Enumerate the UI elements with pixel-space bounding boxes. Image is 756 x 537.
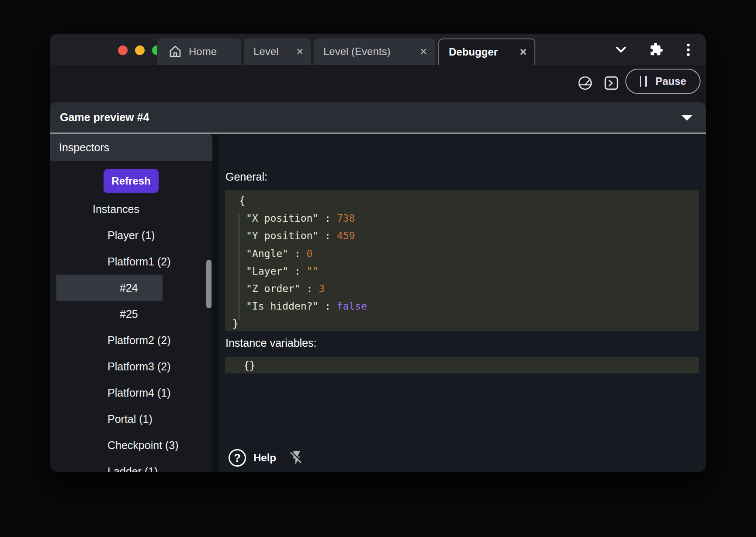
tree-item[interactable]: Platform4 (1) — [50, 380, 212, 406]
console-icon[interactable] — [603, 75, 619, 91]
debugger-body: Inspectors Refresh Instances Player (1) … — [50, 134, 706, 472]
json-row-z-order: Z order : 3 — [225, 280, 699, 297]
json-row-x-position: X position : 738 — [225, 209, 699, 227]
json-value[interactable]: "" — [307, 265, 319, 277]
sidebar-scrollbar[interactable] — [206, 260, 212, 308]
json-key: Y position — [246, 230, 319, 241]
tab-debugger[interactable]: Debugger × — [438, 38, 535, 65]
pause-button-label: Pause — [655, 75, 687, 87]
debugger-toolbar: Pause — [50, 65, 706, 101]
json-value[interactable]: 3 — [319, 283, 325, 294]
tab-level[interactable]: Level × — [244, 38, 311, 65]
tab-label: Debugger — [439, 46, 498, 58]
close-window-button[interactable] — [118, 45, 128, 55]
pause-icon — [640, 76, 647, 87]
inspectors-header: Inspectors — [50, 134, 212, 161]
close-brace: } — [232, 318, 239, 329]
json-key: Is hidden? — [246, 300, 319, 312]
extensions-puzzle-icon[interactable] — [649, 42, 663, 56]
general-json-viewer: { X position : 738 Y position : 459 Angl… — [225, 190, 699, 331]
home-icon — [168, 45, 182, 59]
json-row-is-hidden: Is hidden? : false — [225, 297, 699, 315]
tree-item[interactable]: Platform1 (2) — [50, 248, 212, 275]
tree-item-instances[interactable]: Instances — [50, 196, 212, 222]
flash-off-icon[interactable] — [289, 450, 305, 466]
variables-json-viewer: {} — [225, 357, 699, 373]
close-icon[interactable]: × — [296, 46, 303, 58]
inspectors-title: Inspectors — [59, 141, 109, 154]
empty-object: {} — [243, 360, 256, 371]
tab-home[interactable]: Home — [157, 38, 241, 65]
close-icon[interactable]: × — [420, 46, 427, 58]
inspector-panel: General: { X position : 738 Y position :… — [218, 134, 706, 472]
tree-item-selected[interactable]: #24 — [56, 275, 163, 301]
json-value[interactable]: false — [337, 300, 367, 312]
json-key: Layer — [246, 265, 288, 277]
json-row-y-position: Y position : 459 — [225, 227, 699, 244]
json-value[interactable]: 459 — [337, 230, 355, 241]
tree-item[interactable]: Ladder (1) — [50, 458, 212, 472]
chevron-down-icon[interactable] — [613, 43, 629, 56]
game-preview-selector[interactable]: Game preview #4 — [50, 102, 706, 133]
tree-item[interactable]: Platform2 (2) — [50, 327, 212, 353]
json-row-angle: Angle : 0 — [225, 245, 699, 262]
tree-item[interactable]: Checkpoint (3) — [50, 432, 212, 458]
refresh-button[interactable]: Refresh — [104, 169, 159, 193]
tab-label: Level (Events) — [314, 45, 390, 58]
json-value[interactable]: 738 — [337, 213, 355, 224]
indent-guide — [239, 214, 239, 320]
inspectors-sidebar: Inspectors Refresh Instances Player (1) … — [50, 134, 212, 472]
help-row: ? Help — [229, 449, 305, 467]
help-label[interactable]: Help — [253, 452, 276, 464]
minimize-window-button[interactable] — [135, 45, 145, 55]
open-brace: { — [239, 195, 245, 206]
tree-item[interactable]: #25 — [50, 301, 212, 327]
dropdown-caret-icon — [681, 115, 693, 121]
help-icon[interactable]: ? — [229, 449, 246, 467]
instances-tree: Instances Player (1) Platform1 (2) #24 #… — [50, 196, 212, 472]
json-key: Z order — [246, 283, 301, 294]
json-key: X position — [246, 213, 319, 224]
tab-level-events[interactable]: Level (Events) × — [314, 38, 435, 65]
json-row-layer: Layer : "" — [225, 262, 699, 280]
tree-item[interactable]: Player (1) — [50, 222, 212, 248]
game-preview-title: Game preview #4 — [60, 111, 149, 124]
general-section-label: General: — [225, 171, 267, 183]
close-icon[interactable]: × — [520, 46, 527, 58]
json-value[interactable]: 0 — [307, 248, 313, 259]
tree-item[interactable]: Platform3 (2) — [50, 353, 212, 380]
pause-button[interactable]: Pause — [625, 69, 701, 94]
tree-item[interactable]: Portal (1) — [50, 406, 212, 432]
instance-variables-label: Instance variables: — [225, 337, 316, 349]
title-bar: Home Level × Level (Events) × Debugger × — [50, 34, 706, 65]
tab-label: Level — [244, 45, 278, 58]
json-key: Angle — [246, 248, 288, 259]
app-window: Home Level × Level (Events) × Debugger × — [50, 34, 706, 472]
speed-gauge-icon[interactable] — [577, 75, 593, 91]
kebab-menu-icon[interactable] — [685, 43, 691, 57]
tab-label: Home — [182, 45, 217, 58]
screen: Home Level × Level (Events) × Debugger × — [0, 0, 756, 537]
